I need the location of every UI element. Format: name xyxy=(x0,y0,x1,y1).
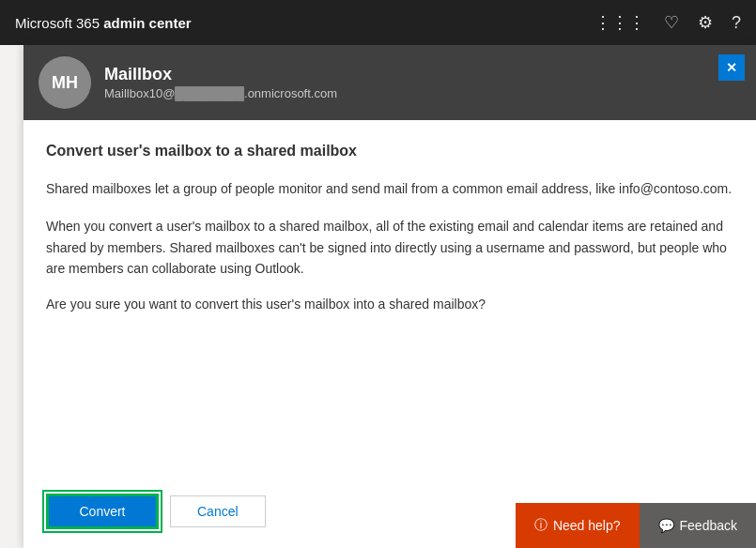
help-icon[interactable]: ? xyxy=(732,13,741,33)
dialog-title: Convert user's mailbox to a shared mailb… xyxy=(46,143,733,160)
dialog-question: Are you sure you want to convert this us… xyxy=(46,297,733,312)
mailbox-name: Maillbox xyxy=(104,65,741,84)
dialog-header: MH Maillbox Maillbox10@████████.onmicros… xyxy=(23,45,756,120)
header-info: Maillbox Maillbox10@████████.onmicrosoft… xyxy=(104,65,741,100)
left-sidebar xyxy=(0,45,23,548)
need-help-button[interactable]: ⓘ Need help? xyxy=(516,503,640,548)
feedback-button[interactable]: 💬 Feedback xyxy=(640,503,756,548)
app-title: Microsoft 365 admin center xyxy=(15,15,594,31)
dialog-paragraph-1: Shared mailboxes let a group of people m… xyxy=(46,178,733,199)
top-bar-icons: ⋮⋮⋮ ♡ ⚙ ? xyxy=(594,12,741,33)
dialog-container: MH Maillbox Maillbox10@████████.onmicros… xyxy=(23,45,756,548)
bell-icon[interactable]: ♡ xyxy=(664,12,679,33)
grid-icon[interactable]: ⋮⋮⋮ xyxy=(594,12,645,33)
mailbox-email: Maillbox10@████████.onmicrosoft.com xyxy=(104,86,741,100)
top-navigation-bar: Microsoft 365 admin center ⋮⋮⋮ ♡ ⚙ ? xyxy=(0,0,756,45)
close-button[interactable]: ✕ xyxy=(718,54,745,81)
email-redacted: ████████ xyxy=(175,86,244,100)
gear-icon[interactable]: ⚙ xyxy=(698,12,713,33)
feedback-chat-icon: 💬 xyxy=(658,518,674,533)
dialog-body: Convert user's mailbox to a shared mailb… xyxy=(23,120,756,482)
dialog-paragraph-2: When you convert a user's mailbox to a s… xyxy=(46,216,733,279)
help-circle-icon: ⓘ xyxy=(534,517,548,534)
bottom-bar: ⓘ Need help? 💬 Feedback xyxy=(23,503,756,548)
avatar: MH xyxy=(39,56,91,109)
